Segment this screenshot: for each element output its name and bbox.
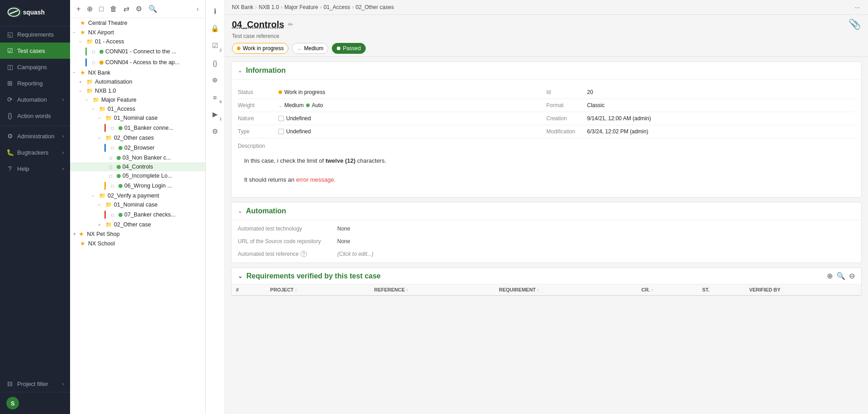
tree-item-nx-pet-shop[interactable]: + ★ NX Pet Shop: [70, 229, 205, 239]
nav-item-campaigns[interactable]: ◫ Campaigns: [0, 59, 70, 75]
toggle-02-verify-payment[interactable]: −: [92, 193, 97, 198]
toggle-01-nominal-case[interactable]: −: [98, 116, 104, 121]
tree-item-central-theatre[interactable]: ★ Central Theatre: [70, 18, 205, 28]
tree-item-nxb-1-0[interactable]: − 📁 NXB 1.0: [70, 86, 205, 95]
toggle-nx-airport[interactable]: −: [73, 30, 78, 35]
automation-section-header[interactable]: ⌄ Automation: [231, 202, 861, 220]
add-button[interactable]: +: [75, 4, 82, 14]
avatar[interactable]: S: [6, 397, 19, 409]
tree-item-06-wrong-login[interactable]: □ 06_Wrong Login ...: [70, 180, 205, 191]
tree-item-nx-bank[interactable]: − ★ NX Bank: [70, 68, 205, 77]
tree-item-01-nominal-case-2[interactable]: − 📁 01_Nominal case: [70, 200, 205, 209]
toggle-nxb-1-0[interactable]: −: [79, 89, 85, 94]
nav-item-bugtrackers[interactable]: 🐛 Bugtrackers ›: [0, 144, 70, 160]
badge-wip[interactable]: Work in progress: [232, 43, 288, 54]
label-automatisation: Automatisation: [95, 79, 132, 85]
badge-passed[interactable]: Passed: [332, 43, 366, 54]
creation-value: 9/14/21, 12:00 AM (admin): [587, 115, 651, 122]
information-section-header[interactable]: ⌄ Information: [231, 62, 861, 80]
toggle-01-nominal-case-2[interactable]: −: [98, 202, 104, 207]
side-btn-code[interactable]: {}: [208, 55, 223, 71]
folder-icon-major-feature: 📁: [93, 97, 99, 103]
col-cr[interactable]: CR. ↑: [637, 284, 698, 296]
nav-item-help[interactable]: ? Help ›: [0, 160, 70, 177]
tree-item-conn01[interactable]: □ CONN01 - Connect to the ...: [70, 46, 205, 57]
side-btn-share[interactable]: ⊕: [208, 72, 223, 88]
tree-item-03-non-banker[interactable]: □ 03_Non Banker c...: [70, 153, 205, 162]
col-requirement[interactable]: REQUIREMENT ↑: [495, 284, 637, 296]
tree-item-01-access[interactable]: − 📁 01 - Access: [70, 37, 205, 46]
search-button[interactable]: 🔍: [146, 4, 159, 14]
folder-icon-01-access-2: 📁: [99, 106, 106, 112]
delete-button[interactable]: 🗑: [108, 4, 119, 14]
col-reference[interactable]: REFERENCE ↑: [370, 284, 495, 296]
tree-item-05-incomplete[interactable]: □ 05_Incomplete Lo...: [70, 171, 205, 180]
tree-item-01-banker[interactable]: □ 01_Banker conne...: [70, 122, 205, 133]
paste-button[interactable]: □: [97, 4, 105, 14]
tree-item-nx-school[interactable]: ★ NX School: [70, 239, 205, 248]
tree-item-nx-airport[interactable]: − ★ NX Airport: [70, 28, 205, 37]
tree-item-02-verify-payment[interactable]: − 📁 02_Verify a payment: [70, 191, 205, 200]
nav-item-requirements[interactable]: ◱ Requirements: [0, 26, 70, 42]
tree-item-02-other-case[interactable]: + 📁 02_Other case: [70, 220, 205, 229]
nav-item-reporting[interactable]: ⊞ Reporting: [0, 75, 70, 91]
collapse-button[interactable]: ‹: [195, 4, 201, 14]
transfer-button[interactable]: ⇄: [122, 4, 131, 14]
bugtrackers-icon: 🐛: [6, 149, 14, 156]
side-btn-settings2[interactable]: ⚙: [208, 124, 223, 139]
desc-bold: twelve (12): [326, 157, 355, 164]
req-search-button[interactable]: 🔍: [836, 272, 845, 280]
auto-ref-value[interactable]: (Click to edit...): [337, 249, 855, 259]
reference-sort-icon: ↑: [406, 288, 409, 292]
toggle-02-other-cases[interactable]: −: [98, 136, 104, 141]
col-project[interactable]: PROJECT ↑: [266, 284, 370, 296]
campaigns-icon: ◫: [6, 63, 14, 71]
detail-header: 04_Controls ✏ 📎 Test case reference Work…: [225, 15, 868, 57]
side-btn-info[interactable]: ℹ: [208, 4, 223, 19]
label-03-non-banker: 03_Non Banker c...: [123, 155, 171, 161]
tree-item-major-feature[interactable]: − 📁 Major Feature: [70, 95, 205, 104]
checklist-badge: 2: [219, 48, 222, 52]
tree-item-04-controls[interactable]: □ 04_Controls: [70, 162, 205, 171]
star-nx-bank: ★: [80, 69, 85, 76]
info-grid: Status Work in progress Weight ⌄ Medium: [238, 86, 855, 138]
nav-item-automation[interactable]: ⟳ Automation ›: [0, 91, 70, 108]
nav-item-administration[interactable]: ⚙ Administration ›: [0, 128, 70, 144]
settings2-icon: ⚙: [212, 127, 218, 136]
toggle-nx-bank[interactable]: −: [73, 70, 78, 75]
tree-item-conn04[interactable]: □ CONN04 - Access to the ap...: [70, 57, 205, 68]
toggle-01-access[interactable]: −: [79, 39, 85, 44]
attach-icon[interactable]: 📎: [849, 19, 861, 30]
side-btn-checklist[interactable]: ☑ 2: [208, 38, 223, 53]
more-actions-button[interactable]: ···: [854, 3, 861, 12]
folder-icon-nxb-1-0: 📁: [86, 88, 93, 94]
nav-item-test-cases[interactable]: ☑ Test cases: [0, 42, 70, 59]
info-chev-icon: ⌄: [238, 67, 242, 74]
main-content: NX Bank › NXB 1.0 › Major Feature › 01_A…: [225, 0, 868, 414]
tree-item-07-banker-checks[interactable]: □ 07_Banker checks...: [70, 209, 205, 220]
toggle-02-other-case[interactable]: +: [98, 222, 104, 227]
tree-item-automatisation[interactable]: + 📁 Automatisation: [70, 77, 205, 86]
nav-item-action-words[interactable]: {} Action words: [0, 108, 70, 124]
side-btn-lock[interactable]: 🔒: [208, 21, 223, 36]
requirements-title: Requirements verified by this test case: [246, 272, 381, 280]
tree-item-01-nominal-case[interactable]: − 📁 01_Nominal case: [70, 113, 205, 122]
tree-item-02-other-cases[interactable]: − 📁 02_Other cases: [70, 133, 205, 142]
side-btn-play[interactable]: ▶ 1: [208, 107, 223, 122]
toggle-01-access-2[interactable]: −: [92, 107, 97, 112]
nav-item-project-filter[interactable]: ⊟ Project filter ›: [0, 376, 70, 392]
req-add-button[interactable]: ⊕: [827, 272, 833, 280]
col-st: ST.: [698, 284, 745, 296]
edit-title-icon[interactable]: ✏: [288, 21, 293, 28]
folder-icon-02-verify-payment: 📁: [99, 193, 106, 199]
tree-item-01-access-2[interactable]: − 📁 01_Access: [70, 104, 205, 113]
tree-item-02-browser[interactable]: □ 02_Browser: [70, 142, 205, 153]
badge-medium[interactable]: ⌄ Medium: [292, 43, 328, 54]
side-btn-list[interactable]: ≡ 6: [208, 89, 223, 105]
help-circle-icon[interactable]: ?: [301, 251, 307, 257]
req-remove-button[interactable]: ⊖: [849, 272, 855, 280]
toggle-major-feature[interactable]: −: [85, 98, 91, 103]
settings-button[interactable]: ⚙: [134, 4, 144, 14]
copy-button[interactable]: ⊕: [85, 4, 94, 14]
toggle-automatisation[interactable]: +: [79, 80, 85, 85]
